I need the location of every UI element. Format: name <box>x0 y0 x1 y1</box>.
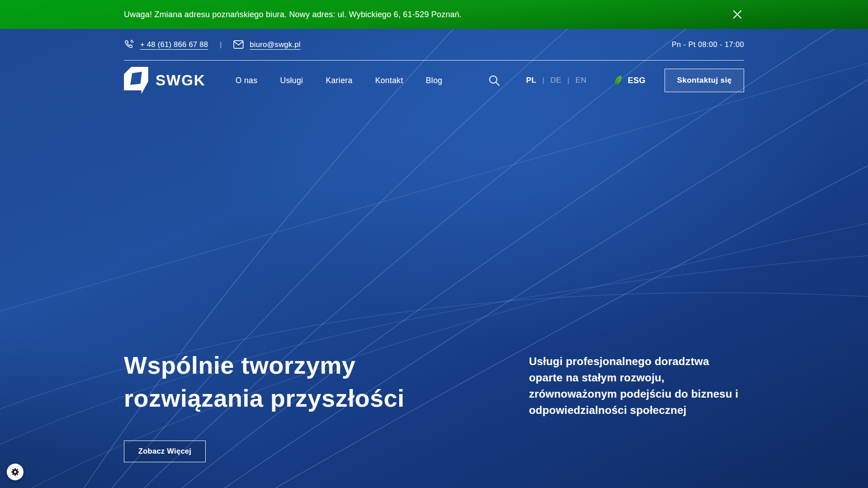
main-nav: O nas Usługi Kariera Kontakt Blog <box>236 76 443 85</box>
hero-heading: Wspólnie tworzymy rozwiązania przyszłośc… <box>124 349 405 415</box>
lang-pl[interactable]: PL <box>526 76 537 85</box>
main-navbar: SWGK O nas Usługi Kariera Kontakt Blog P… <box>124 61 744 100</box>
nav-item-o-nas[interactable]: O nas <box>236 76 258 85</box>
hero-heading-line2: rozwiązania przyszłości <box>124 385 405 412</box>
topbar-separator: | <box>220 41 222 49</box>
logo-icon <box>124 67 148 94</box>
email-address: biuro@swgk.pl <box>250 40 300 49</box>
nav-item-kariera[interactable]: Kariera <box>326 76 352 85</box>
close-icon <box>732 9 742 19</box>
language-switcher: PL | DE | EN <box>526 76 587 85</box>
hero-subtext: Usługi profesjonalnego doradztwa oparte … <box>529 353 744 418</box>
top-contact-bar: + 48 (61) 866 67 88 | biuro@swgk.pl Pn -… <box>124 29 744 61</box>
search-icon <box>488 75 500 86</box>
esg-link[interactable]: ESG <box>613 75 646 85</box>
landing-page: Uwaga! Zmiana adresu poznańskiego biura.… <box>0 0 868 488</box>
banner-text: Uwaga! Zmiana adresu poznańskiego biura.… <box>124 10 462 19</box>
esg-label: ESG <box>627 76 646 85</box>
nav-item-blog[interactable]: Blog <box>426 76 443 85</box>
lang-en[interactable]: EN <box>576 76 587 85</box>
hero-heading-line1: Wspólnie tworzymy <box>124 352 356 379</box>
opening-hours: Pn - Pt 08:00 - 17:00 <box>672 41 744 49</box>
hero-left: Wspólnie tworzymy rozwiązania przyszłośc… <box>124 349 405 462</box>
phone-link[interactable]: + 48 (61) 866 67 88 <box>124 39 208 50</box>
cookie-settings-button[interactable] <box>7 464 24 480</box>
nav-item-kontakt[interactable]: Kontakt <box>375 76 403 85</box>
logo[interactable]: SWGK <box>124 67 206 94</box>
lang-separator: | <box>567 76 570 85</box>
phone-number: + 48 (61) 866 67 88 <box>140 40 208 49</box>
lang-separator: | <box>542 76 544 85</box>
leaf-icon <box>612 75 624 87</box>
contact-cta-button[interactable]: Skontaktuj się <box>665 69 744 92</box>
logo-text: SWGK <box>156 72 206 89</box>
lang-de[interactable]: DE <box>550 76 561 85</box>
nav-item-uslugi[interactable]: Usługi <box>280 76 303 85</box>
email-link[interactable]: biuro@swgk.pl <box>233 40 300 49</box>
see-more-button[interactable]: Zobacz Więcej <box>124 441 206 462</box>
mail-icon <box>233 40 244 49</box>
hero-section: Wspólnie tworzymy rozwiązania przyszłośc… <box>124 349 744 462</box>
banner-close-button[interactable] <box>731 8 744 21</box>
phone-icon <box>124 39 134 50</box>
notification-banner: Uwaga! Zmiana adresu poznańskiego biura.… <box>0 0 868 29</box>
search-button[interactable] <box>488 75 500 86</box>
gear-icon <box>10 467 20 477</box>
